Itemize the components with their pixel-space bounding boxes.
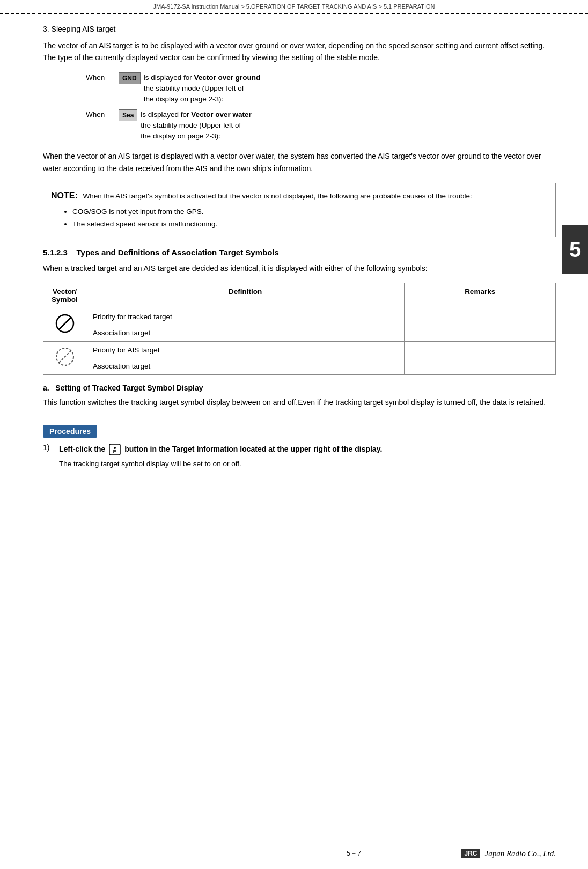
symbol-cell-ais [43,342,86,375]
label-table: When GND is displayed for Vector over gr… [86,72,556,142]
table-def-tracked: Priority for tracked target Association … [86,308,405,342]
svg-line-1 [59,318,71,329]
tracked-priority-icon [54,313,76,334]
gnd-row: When GND is displayed for Vector over gr… [86,72,556,105]
step-1-content: Left-click the button in the Target Info… [59,443,556,470]
table-header-symbol: Vector/Symbol [43,283,86,308]
gnd-when-label: When [86,72,115,83]
sea-row: When Sea is displayed for Vector over wa… [86,109,556,142]
procedure-step-1: 1) Left-click the button in the Target I… [43,443,556,470]
symbol-cell-tracked [43,308,86,342]
target-info-button-icon [109,444,121,455]
table-remarks-tracked [405,308,556,342]
chapter-tab: 5 [562,225,588,274]
table-remarks-ais [405,342,556,375]
table-header-remarks: Remarks [405,283,556,308]
gnd-badge: GND [119,72,141,84]
symbol-table: Vector/Symbol Definition Remarks Priorit… [43,283,556,375]
note-bullet-1: COG/SOG is not yet input from the GPS. [72,206,548,218]
table-header-definition: Definition [86,283,405,308]
ais-priority-icon [54,346,76,367]
table-row: Priority for AIS target Association targ… [43,342,556,375]
subsection-intro: When a tracked target and an AIS target … [43,262,556,274]
subsection-heading: 5.1.2.3 Types and Definitions of Associa… [43,248,556,257]
note-box: NOTE: When the AIS target's symbol is ac… [43,183,556,237]
note-bullets: COG/SOG is not yet input from the GPS. T… [72,206,548,230]
procedures-badge: Procedures [43,425,97,438]
sub-a-heading: a. Setting of Tracked Target Symbol Disp… [43,384,556,392]
table-row: Priority for tracked target Association … [43,308,556,342]
gnd-desc: is displayed for Vector over ground the … [144,72,556,105]
breadcrumb: JMA-9172-SA Instruction Manual > 5.OPERA… [0,0,588,14]
company-name: Japan Radio Co., Ltd. [484,849,556,858]
sub-a-para: This function switches the tracking targ… [43,396,556,408]
sea-badge: Sea [119,109,137,121]
svg-rect-4 [109,444,120,455]
svg-point-5 [114,447,116,449]
footer-logo: JRC Japan Radio Co., Ltd. [461,849,556,858]
step-1-number: 1) [43,443,59,452]
sea-desc: is displayed for Vector over water the s… [141,109,556,142]
step-1-desc: The tracking target symbol display will … [59,459,556,469]
note-bullet-2: The selected speed sensor is malfunction… [72,218,548,230]
note-intro: NOTE: When the AIS target's symbol is ac… [51,189,548,203]
footer: 5－7 JRC Japan Radio Co., Ltd. [0,849,588,858]
note-label: NOTE: [51,191,78,200]
vector-para1: The vector of an AIS target is to be dis… [43,40,556,64]
table-def-ais: Priority for AIS target Association targ… [86,342,405,375]
jrc-badge: JRC [461,849,480,858]
footer-page: 5－7 [247,849,461,858]
vector-para2: When the vector of an AIS target is disp… [43,150,556,174]
sea-when-label: When [86,109,115,120]
svg-line-3 [59,351,71,363]
section-heading-sleeping: 3. Sleeping AIS target [43,25,556,33]
